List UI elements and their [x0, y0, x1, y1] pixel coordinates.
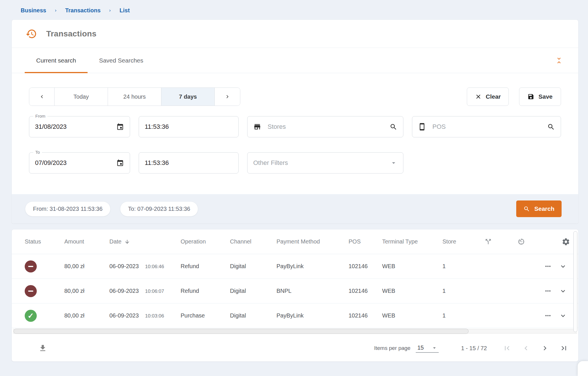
col-split-icon-button[interactable] [483, 238, 516, 246]
search-button[interactable]: Search [516, 200, 562, 217]
status-badge [25, 285, 37, 297]
collapse-panel-button[interactable] [553, 54, 565, 67]
table-row[interactable]: 80,00 zł 06-09-2023 10:06:46 Refund Digi… [12, 254, 578, 279]
range-24hours-button[interactable]: 24 hours [108, 88, 161, 106]
from-date-field: From [29, 116, 130, 137]
page-range-label: 1 - 15 / 72 [461, 345, 487, 352]
save-icon [527, 93, 534, 100]
other-filters-dropdown[interactable] [247, 152, 403, 174]
cell-pos: 102146 [349, 312, 382, 319]
pos-input[interactable] [432, 123, 544, 130]
other-filters-input[interactable] [253, 159, 390, 167]
range-7days-label: 7 days [179, 93, 197, 100]
cell-operation: Purchase [181, 312, 230, 319]
from-time-input[interactable] [145, 123, 233, 130]
cell-payment-method: BNPL [276, 288, 349, 294]
col-status[interactable]: Status [25, 238, 64, 245]
breadcrumb-business[interactable]: Business [21, 7, 46, 14]
items-per-page-select[interactable]: 15 [416, 344, 439, 353]
col-operation[interactable]: Operation [181, 238, 230, 245]
col-timer-icon-button[interactable] [516, 238, 540, 246]
status-badge [25, 260, 37, 272]
row-more-button[interactable] [540, 287, 556, 295]
cell-channel: Digital [230, 263, 276, 270]
quick-range-row: Today 24 hours 7 days Clear [29, 87, 561, 106]
table-settings-button[interactable] [556, 237, 570, 246]
col-date[interactable]: Date [109, 238, 181, 245]
filters-section: Today 24 hours 7 days Clear [12, 73, 578, 194]
cell-time-value: 10:06:07 [145, 289, 164, 294]
breadcrumb-list[interactable]: List [119, 7, 130, 14]
more-horiz-icon [544, 287, 552, 295]
tab-current-search[interactable]: Current search [25, 48, 88, 73]
items-per-page-value: 15 [417, 344, 424, 351]
vertical-scrollbar-thumb[interactable] [573, 231, 577, 332]
to-filter-chip[interactable]: To: 07-09-2023 11:53:36 [120, 201, 198, 217]
range-today-button[interactable]: Today [55, 88, 108, 106]
col-pos[interactable]: POS [349, 238, 382, 245]
row-expand-button[interactable] [556, 312, 570, 320]
row-expand-button[interactable] [556, 262, 570, 270]
table-row[interactable]: 80,00 zł 06-09-2023 10:06:07 Refund Digi… [12, 279, 578, 303]
smartphone-icon [418, 123, 426, 131]
col-store[interactable]: Store [442, 238, 483, 245]
breadcrumb-transactions[interactable]: Transactions [65, 7, 100, 14]
status-badge [25, 310, 37, 322]
gear-icon [562, 237, 570, 246]
col-amount[interactable]: Amount [64, 238, 109, 245]
range-next-button[interactable] [215, 88, 240, 106]
download-icon [38, 344, 47, 352]
row-expand-button[interactable] [556, 287, 570, 295]
to-date-input[interactable] [35, 159, 113, 167]
next-page-button[interactable] [540, 343, 550, 353]
first-page-button[interactable] [502, 343, 512, 353]
download-button[interactable] [37, 342, 49, 354]
items-per-page-label: Items per page [374, 345, 411, 351]
tab-saved-searches[interactable]: Saved Searches [88, 48, 155, 73]
cell-date: 06-09-2023 10:06:07 [109, 288, 181, 294]
last-page-button[interactable] [559, 343, 569, 353]
to-time-input[interactable] [145, 159, 233, 167]
pagination: Items per page 15 1 - 15 / 72 [374, 343, 569, 353]
more-horiz-icon [544, 262, 552, 270]
first-page-icon [503, 344, 511, 352]
calendar-icon[interactable] [116, 123, 124, 131]
table-row[interactable]: 80,00 zł 06-09-2023 10:03:06 Purchase Di… [12, 303, 578, 328]
breadcrumb: Business Transactions List [0, 0, 588, 14]
floating-corner-widget[interactable] [578, 361, 588, 376]
search-icon[interactable] [390, 123, 397, 131]
timer-icon [517, 238, 525, 246]
close-icon [475, 93, 482, 100]
horizontal-scrollbar-thumb[interactable] [13, 329, 469, 334]
from-filter-chip[interactable]: From: 31-08-2023 11:53:36 [25, 201, 111, 217]
row-more-button[interactable] [540, 262, 556, 270]
range-prev-button[interactable] [29, 88, 55, 106]
range-7days-button[interactable]: 7 days [161, 88, 215, 106]
stores-input[interactable] [268, 123, 386, 130]
search-icon [523, 206, 530, 212]
chevron-down-icon [559, 312, 567, 320]
dropdown-arrow-icon [431, 345, 438, 351]
chevron-right-icon [224, 93, 231, 100]
sort-desc-icon [124, 239, 130, 245]
horizontal-scrollbar[interactable] [13, 328, 577, 334]
col-channel[interactable]: Channel [230, 238, 276, 245]
row-more-button[interactable] [540, 312, 556, 319]
clear-button[interactable]: Clear [467, 87, 509, 106]
from-date-input[interactable] [35, 123, 113, 130]
col-terminal-type[interactable]: Terminal Type [382, 238, 442, 245]
search-icon[interactable] [547, 123, 555, 131]
chevron-down-icon [559, 287, 567, 295]
vertical-scrollbar[interactable] [573, 231, 577, 332]
calendar-icon[interactable] [116, 159, 124, 167]
col-date-label: Date [109, 238, 121, 245]
save-button[interactable]: Save [519, 87, 561, 106]
cell-terminal-type: WEB [382, 288, 442, 294]
cell-time-value: 10:03:06 [145, 313, 164, 319]
history-icon [26, 28, 37, 40]
split-icon [484, 238, 492, 246]
col-payment-method[interactable]: Payment Method [276, 238, 349, 245]
more-horiz-icon [544, 312, 552, 319]
previous-page-button[interactable] [521, 343, 531, 353]
cell-date-value: 06-09-2023 [109, 263, 139, 270]
